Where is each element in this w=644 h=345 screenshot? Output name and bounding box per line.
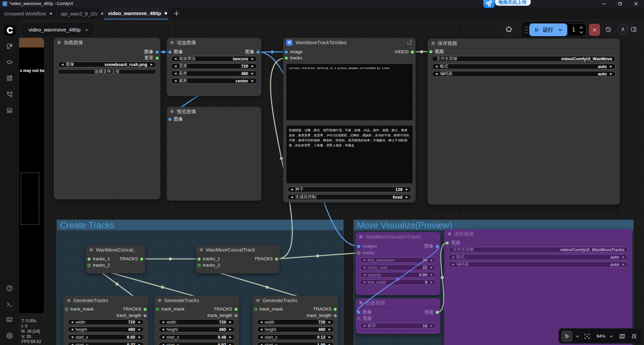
widget-right-arrow[interactable]: ▶ [229,327,231,332]
node-header[interactable]: 创建视频 [356,298,440,308]
output-slot-TRACKS[interactable]: TRACKS [63,306,148,312]
slot-dot[interactable] [334,308,337,311]
combo-widget-格式[interactable]: ◀ 格式 auto ▶ [448,254,628,260]
slot-dot[interactable] [156,57,159,60]
node-save-video[interactable]: 保存视频 视频文件名前缀 video/ComfyUI_WanMove◀ 格式 a… [428,39,620,205]
node-generate-tracks-1[interactable]: GenerateTracks track_mask TRACKS track_l… [63,296,148,345]
output-slot-图像[interactable]: 图像 [167,49,261,55]
input-slot-tracks[interactable]: tracks [356,250,440,256]
collapse-dot[interactable] [256,299,260,302]
node-header[interactable]: 保存视频 [444,229,632,239]
tool-chevron-icon[interactable] [575,334,580,339]
slot-dot[interactable] [285,57,288,60]
link-midpoint-dot[interactable] [115,282,118,285]
widget-right-arrow[interactable]: ▶ [329,334,331,340]
text-widget-文件名前缀[interactable]: 文件名前缀 video/ComfyUI_WanMove [432,56,615,62]
node-note[interactable]: s may not be [19,38,44,313]
widget-right-arrow[interactable]: ▶ [406,187,408,192]
widget-right-arrow[interactable]: ▶ [431,279,433,285]
close-button[interactable] [628,0,644,7]
widget-left-arrow[interactable]: ◀ [162,319,164,325]
slot-dot[interactable] [198,264,201,267]
slot-dot[interactable] [144,308,147,311]
combo-widget-种子[interactable]: ◀ 种子 128 ▶ [287,187,411,192]
sidebar-help-button[interactable] [6,284,13,292]
combo-widget-start_x[interactable]: ◀ start_x 0.12 ▶ [257,334,334,340]
graph-canvas[interactable]: Create Tracks Move Visualize(Preview) s … [19,19,644,345]
slot-dot[interactable] [88,264,91,267]
widget-right-arrow[interactable]: ▶ [623,254,625,260]
widget-left-arrow[interactable]: ◀ [174,63,176,69]
combo-widget-width[interactable]: ◀ width 720 ▶ [159,319,235,325]
widget-right-arrow[interactable]: ▶ [431,265,433,270]
combo-widget-start_y[interactable]: ◀ start_y 1.00 ▶ [257,342,334,345]
combo-widget-编码器[interactable]: ◀ 编码器 auto ▶ [448,262,628,267]
slot-dot[interactable] [234,314,237,317]
link-midpoint-dot[interactable] [162,50,165,53]
batch-count-stepper[interactable]: 1 [567,23,586,36]
new-tab-button[interactable] [172,9,181,18]
widget-right-arrow[interactable]: ▶ [252,78,254,84]
widget-left-arrow[interactable]: ◀ [260,334,262,340]
slot-dot[interactable] [411,51,414,54]
combo-widget-生成后控制[interactable]: ◀ 生成后控制 fixed ▶ [287,194,411,200]
slot-dot[interactable] [140,258,143,261]
history-button[interactable] [603,22,614,37]
output-slot-TRACKS[interactable]: TRACKS [154,306,239,312]
widget-right-arrow[interactable]: ▶ [139,327,141,332]
widget-left-arrow[interactable]: ◀ [260,327,262,332]
output-slot-TRACKS[interactable]: TRACKS [196,256,280,262]
widget-right-arrow[interactable]: ▶ [610,64,612,69]
upload-drop-badge[interactable]: 拖拽至此上传 [483,0,531,8]
input-slot-tracks_2[interactable]: tracks_2 [196,262,280,268]
widget-left-arrow[interactable]: ◀ [452,262,454,267]
collapse-dot[interactable] [200,248,203,252]
minimap-button[interactable] [619,333,626,340]
run-button[interactable]: 运行 [529,23,567,36]
combo-widget-编码器[interactable]: ◀ 编码器 auto ▶ [432,71,615,77]
combo-widget-start_y[interactable]: ◀ start_y 0.97 ▶ [159,342,235,345]
widget-left-arrow[interactable]: ◀ [61,62,63,67]
node-header[interactable]: 保存视频 [428,39,620,48]
combo-widget-高度[interactable]: ◀ 高度 480 ▶ [171,71,257,76]
slot-dot[interactable] [436,245,439,248]
output-slot-track_length[interactable]: track_length [154,313,239,319]
combo-widget-start_x[interactable]: ◀ start_x 0.48 ▶ [159,334,235,340]
input-slot-图像[interactable]: 图像 [167,116,261,122]
node-create-video[interactable]: 创建视频 图像 音频 视频◀ 帧率 16 ▶ [356,298,440,334]
widget-left-arrow[interactable]: ◀ [71,342,73,345]
widget-left-arrow[interactable]: ◀ [435,71,437,77]
widget-right-arrow[interactable]: ▶ [139,319,141,325]
collapse-dot[interactable] [170,110,174,113]
combo-widget-格式[interactable]: ◀ 格式 auto ▶ [432,64,615,69]
output-slot-TRACKS[interactable]: TRACKS [253,306,338,312]
node-visualize-tracks[interactable]: WanMoveVisualizeTracks images tracks 图像◀… [356,232,440,295]
input-slot-tracks_2[interactable]: tracks_2 [86,262,145,268]
widget-left-arrow[interactable]: ◀ [174,78,176,84]
widget-left-arrow[interactable]: ◀ [363,265,365,270]
node-load-image[interactable]: 加载图像 图像 遮罩◀ 图像 snowboard_rush.png ▶选择文件上… [54,38,160,199]
slot-dot[interactable] [334,314,337,317]
node-header[interactable]: 缩放图像 [167,38,261,48]
cancel-run-button[interactable] [589,24,600,36]
widget-left-arrow[interactable]: ◀ [363,272,365,278]
collapse-dot[interactable] [359,301,363,304]
widget-left-arrow[interactable]: ◀ [174,56,176,62]
widget-left-arrow[interactable]: ◀ [452,254,454,260]
collapse-dot[interactable] [170,41,174,44]
combo-widget-width[interactable]: ◀ width 720 ▶ [257,319,334,325]
widget-right-arrow[interactable]: ▶ [406,194,408,200]
node-header[interactable]: WanMoveVisualizeTracks [356,232,440,242]
link-midpoint-dot[interactable] [161,286,164,289]
node-concat-2[interactable]: WanMoveConcatTrack tracks_1 tracks_2 TRA… [196,245,280,273]
combo-widget-宽度[interactable]: ◀ 宽度 720 ▶ [171,63,257,69]
slot-dot[interactable] [446,242,449,245]
tab-unsaved-workflow[interactable]: Unsaved Workflow [0,7,56,19]
node-save-video-tracks[interactable]: 保存视频 视频文件名前缀 video/ComfyUI_WanMoveTracks… [444,229,632,345]
output-slot-track_length[interactable]: track_length [63,313,148,319]
link-midpoint-dot[interactable] [420,50,423,53]
button-widget-选择文件上传[interactable]: 选择文件上传 [58,69,156,74]
input-slot-视频[interactable]: 视频 [428,49,620,55]
node-header[interactable] [19,38,44,48]
restore-button[interactable] [612,0,628,7]
